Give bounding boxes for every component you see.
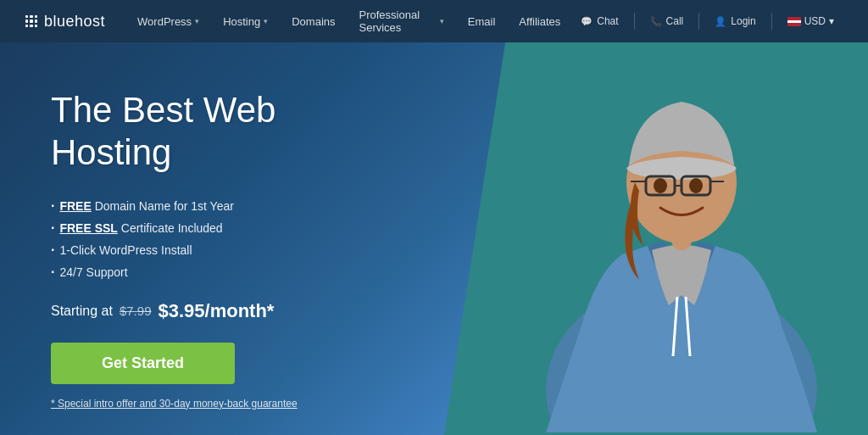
nav-divider — [634, 13, 635, 30]
chat-button[interactable]: Chat — [572, 10, 626, 32]
old-price: $7.99 — [120, 304, 152, 318]
get-started-button[interactable]: Get Started — [51, 343, 235, 384]
call-icon — [650, 15, 662, 27]
chevron-down-icon: ▾ — [264, 17, 268, 25]
main-nav-menu: WordPress ▾ Hosting ▾ Domains Profession… — [125, 0, 572, 42]
chevron-down-icon: ▾ — [829, 15, 834, 27]
currency-selector[interactable]: USD ▾ — [779, 10, 843, 32]
feature-item-wordpress: · 1-Click WordPress Install — [51, 243, 390, 258]
svg-point-8 — [654, 178, 667, 193]
brand-name: bluehost — [44, 13, 105, 31]
nav-item-email[interactable]: Email — [456, 0, 508, 42]
new-price: $3.95/month* — [158, 300, 274, 322]
logo-grid-icon — [25, 15, 37, 27]
chat-icon — [581, 15, 593, 27]
bullet-icon: · — [51, 220, 54, 236]
logo-link[interactable]: bluehost — [25, 13, 105, 31]
user-icon — [715, 15, 726, 27]
bullet-icon: · — [51, 198, 54, 214]
call-button[interactable]: Call — [642, 10, 693, 32]
nav-item-professional-services[interactable]: Professional Services ▾ — [348, 0, 456, 42]
nav-item-wordpress[interactable]: WordPress ▾ — [125, 0, 211, 42]
free-domain-highlight: FREE — [59, 199, 91, 213]
login-button[interactable]: Login — [706, 10, 764, 32]
navigation-bar: bluehost WordPress ▾ Hosting ▾ Domains — [0, 0, 868, 42]
nav-divider-3 — [771, 13, 772, 30]
pricing-section: Starting at $7.99 $3.95/month* — [51, 300, 390, 322]
nav-right-section: Chat Call Login USD ▾ — [572, 10, 843, 32]
nav-divider-2 — [698, 13, 699, 30]
hero-section: The Best Web Hosting · FREE Domain Name … — [0, 42, 441, 435]
nav-item-affiliates[interactable]: Affiliates — [507, 0, 572, 42]
bullet-icon: · — [51, 265, 54, 280]
bullet-icon: · — [51, 243, 54, 258]
feature-item-ssl: · FREE SSL Certificate Included — [51, 220, 390, 236]
chevron-down-icon: ▾ — [195, 17, 199, 25]
pricing-prefix: Starting at — [51, 304, 113, 319]
free-ssl-highlight: FREE SSL — [59, 221, 117, 235]
feature-item-domain: · FREE Domain Name for 1st Year — [51, 198, 390, 214]
nav-item-hosting[interactable]: Hosting ▾ — [211, 0, 280, 42]
hero-title: The Best Web Hosting — [51, 89, 390, 175]
disclaimer-link[interactable]: * Special intro offer and 30-day money-b… — [51, 398, 390, 410]
nav-left-section: bluehost WordPress ▾ Hosting ▾ Domains — [25, 0, 572, 42]
svg-point-9 — [689, 178, 703, 193]
chevron-down-icon: ▾ — [440, 17, 444, 25]
hero-person-image — [512, 34, 851, 432]
us-flag-icon — [787, 17, 801, 26]
hero-features-list: · FREE Domain Name for 1st Year · FREE S… — [51, 198, 390, 280]
nav-item-domains[interactable]: Domains — [280, 0, 347, 42]
feature-item-support: · 24/7 Support — [51, 265, 390, 280]
